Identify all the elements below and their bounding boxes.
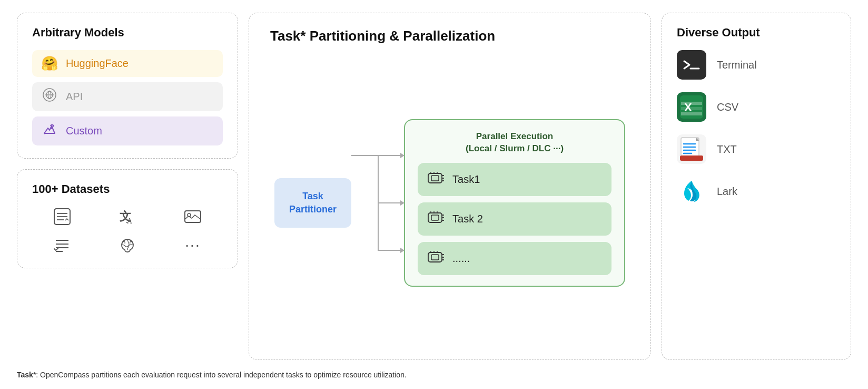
task-row-1: Task1 [418,163,611,196]
model-api-label: API [66,91,83,103]
output-item-lark: Lark [677,177,836,206]
datasets-title: 100+ Datasets [32,182,223,196]
footer-note: Task*: OpenCompass partitions each evalu… [17,369,851,381]
horiz-arrow-2 [378,202,404,203]
api-icon [41,87,58,106]
svg-text:A: A [127,217,133,225]
output-item-terminal: Terminal [677,50,836,80]
svg-rect-44 [681,102,702,105]
model-hf-label: HuggingFace [66,57,129,70]
task-label-3: ...... [452,252,470,265]
right-title: Diverse Output [677,26,836,40]
horiz-arrow-3 [378,250,404,251]
task-row-2: Task 2 [418,202,611,236]
lark-label: Lark [717,186,737,198]
svg-rect-39 [679,52,704,77]
middle-panel: Task* Partitioning & Parallelization Tas… [249,13,651,360]
output-item-csv: X CSV [677,92,836,122]
model-custom-label: Custom [66,125,102,137]
svg-rect-32 [431,255,439,260]
gpu-icon-1 [427,170,445,189]
right-panel: Diverse Output Terminal X [662,13,851,360]
footer-bold: Task [17,371,33,379]
dataset-icons-grid: 文 A [32,207,223,255]
task-label-2: Task 2 [452,213,483,225]
task-partitioner-box: Task Partitioner [274,178,351,228]
hf-icon: 🤗 [41,55,58,72]
terminal-icon-wrap [677,50,706,80]
svg-rect-54 [680,155,703,161]
txt-icon-wrap [677,134,706,164]
svg-rect-15 [428,173,442,183]
terminal-icon [677,50,706,80]
left-panel: Arbitrary Models 🤗 HuggingFace API [17,13,238,360]
gpu-icon-2 [427,210,445,228]
arrow-row-1 [351,155,404,156]
svg-rect-31 [428,252,442,262]
svg-rect-45 [681,107,702,110]
dataset-icon-brain [97,235,157,255]
parallel-exec-title: Parallel Execution (Local / Slurm / DLC … [418,131,611,154]
dataset-icon-more: ··· [163,235,223,255]
svg-point-1 [44,133,46,134]
dataset-icon-image [163,207,223,227]
task-row-3: ...... [418,242,611,275]
svg-rect-23 [428,213,442,222]
partitioner-line2: Partitioner [289,203,337,216]
csv-icon-wrap: X [677,92,706,122]
middle-title: Task* Partitioning & Parallelization [270,28,495,44]
dataset-icon-list [32,235,92,255]
partitioner-line1: Task [289,190,337,203]
custom-icon [41,122,58,140]
svg-rect-16 [431,176,439,181]
task-label-1: Task1 [452,173,480,186]
lark-icon-wrap [677,177,706,206]
models-title: Arbitrary Models [32,26,223,40]
parallel-exec-box: Parallel Execution (Local / Slurm / DLC … [404,119,625,286]
svg-rect-46 [681,112,702,115]
arrow-row-3 [351,250,404,251]
output-item-txt: TXT [677,134,836,164]
arrow-row-2 [351,202,404,203]
dataset-icon-translate: 文 A [97,207,157,227]
models-panel: Arbitrary Models 🤗 HuggingFace API [17,13,238,159]
csv-label: CSV [717,101,738,113]
horiz-arrow-1 [378,155,404,156]
gpu-icon-3 [427,249,445,268]
terminal-label: Terminal [717,59,757,71]
horiz-line-1 [351,155,378,156]
datasets-panel: 100+ Datasets 文 A [17,169,238,268]
dataset-icon-text [32,207,92,227]
model-item-custom: Custom [32,116,223,145]
txt-label: TXT [717,143,737,155]
model-item-hf: 🤗 HuggingFace [32,50,223,77]
model-item-api: API [32,82,223,111]
diagram-wrapper: Task Partitioner [270,61,629,345]
svg-rect-24 [431,215,439,220]
footer-rest: *: OpenCompass partitions each evaluatio… [33,371,407,379]
